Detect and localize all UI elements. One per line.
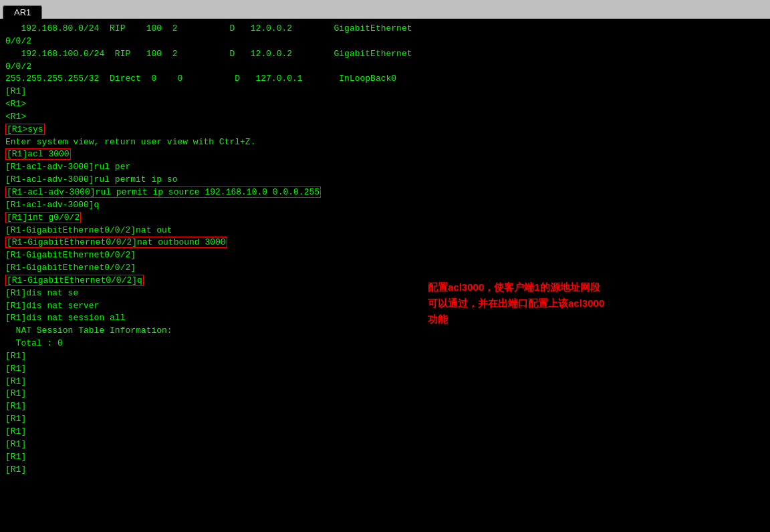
tab-bar: AR1 [0, 0, 770, 19]
terminal-line: [R1] [5, 451, 765, 464]
terminal-line: [R1-acl-adv-3000]q [5, 199, 765, 212]
terminal-line: [R1-acl-adv-3000]rul permit ip so [5, 174, 765, 186]
annotation-text: 配置acl3000，使客户端1的源地址网段 可以通过，并在出端口配置上该acl3… [428, 279, 722, 327]
terminal-line: [R1-GigabitEthernet0/0/2] [5, 262, 765, 275]
terminal-line: [R1] [5, 464, 765, 477]
terminal-line: <R1> [5, 98, 765, 111]
terminal[interactable]: 192.168.80.0/24 RIP 100 2 D 12.0.0.2 Gig… [0, 19, 770, 532]
terminal-line: [R1] [5, 400, 765, 413]
terminal-line: [R1] [5, 388, 765, 400]
terminal-line: Total : 0 [5, 338, 765, 350]
tab-ar1[interactable]: AR1 [3, 5, 42, 19]
terminal-line: [R1-acl-adv-3000]rul per [5, 161, 765, 174]
terminal-line: 192.168.100.0/24 RIP 100 2 D 12.0.0.2 Gi… [5, 48, 765, 61]
terminal-line: [R1] [5, 376, 765, 388]
terminal-line: <R1> [5, 111, 765, 124]
terminal-line: [R1] [5, 86, 765, 98]
terminal-line: 192.168.80.0/24 RIP 100 2 D 12.0.0.2 Gig… [5, 23, 765, 35]
terminal-line: [R1] [5, 413, 765, 426]
terminal-wrapper: 192.168.80.0/24 RIP 100 2 D 12.0.0.2 Gig… [0, 19, 770, 532]
terminal-line: [R1] [5, 426, 765, 438]
terminal-line: [R1]acl 3000 [5, 148, 765, 161]
terminal-line: [R1] [5, 438, 765, 451]
terminal-line: [R1] [5, 350, 765, 363]
terminal-line: [R1]int g0/0/2 [5, 212, 765, 225]
terminal-line: Enter system view, return user view with… [5, 136, 765, 149]
terminal-line: [R1>sys [5, 124, 765, 136]
terminal-line: [R1-GigabitEthernet0/0/2] [5, 249, 765, 262]
terminal-line: 255.255.255.255/32 Direct 0 0 D 127.0.0.… [5, 73, 765, 86]
terminal-line: [R1-acl-adv-3000]rul permit ip source 19… [5, 186, 765, 199]
terminal-line: [R1] [5, 363, 765, 376]
terminal-line: 0/0/2 [5, 61, 765, 74]
terminal-line: [R1-GigabitEthernet0/0/2]nat outbound 30… [5, 237, 765, 249]
terminal-line: [R1-GigabitEthernet0/0/2]nat out [5, 225, 765, 237]
terminal-line: 0/0/2 [5, 35, 765, 48]
